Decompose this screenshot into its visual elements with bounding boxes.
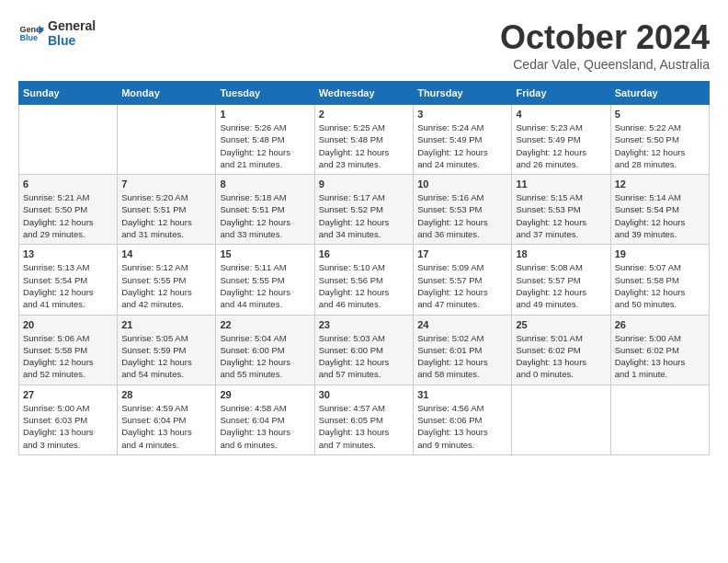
week-row-4: 20Sunrise: 5:06 AM Sunset: 5:58 PM Dayli…: [19, 315, 710, 385]
day-info: Sunrise: 5:13 AM Sunset: 5:54 PM Dayligh…: [23, 261, 113, 310]
weekday-header-row: Sunday Monday Tuesday Wednesday Thursday…: [19, 82, 710, 105]
day-number: 31: [417, 389, 507, 400]
header-wednesday: Wednesday: [314, 82, 413, 105]
logo-text-general: General: [48, 18, 96, 33]
month-year-title: October 2024: [500, 18, 710, 57]
calendar-cell: 3Sunrise: 5:24 AM Sunset: 5:49 PM Daylig…: [414, 105, 512, 175]
calendar-cell: 1Sunrise: 5:26 AM Sunset: 5:48 PM Daylig…: [216, 105, 314, 175]
header-monday: Monday: [118, 82, 216, 105]
day-info: Sunrise: 5:00 AM Sunset: 6:03 PM Dayligh…: [23, 402, 113, 451]
calendar-cell: 13Sunrise: 5:13 AM Sunset: 5:54 PM Dayli…: [19, 245, 118, 315]
day-info: Sunrise: 5:10 AM Sunset: 5:56 PM Dayligh…: [319, 261, 409, 310]
calendar-cell: 27Sunrise: 5:00 AM Sunset: 6:03 PM Dayli…: [19, 385, 118, 454]
day-info: Sunrise: 5:15 AM Sunset: 5:53 PM Dayligh…: [516, 191, 606, 240]
day-number: 16: [319, 248, 409, 259]
logo: General Blue General Blue: [18, 18, 96, 48]
calendar-cell: 30Sunrise: 4:57 AM Sunset: 6:05 PM Dayli…: [314, 385, 413, 454]
day-info: Sunrise: 4:59 AM Sunset: 6:04 PM Dayligh…: [121, 402, 211, 451]
day-info: Sunrise: 5:03 AM Sunset: 6:00 PM Dayligh…: [319, 332, 409, 381]
day-number: 21: [121, 319, 211, 330]
day-number: 7: [121, 178, 211, 190]
day-number: 1: [220, 109, 310, 120]
day-info: Sunrise: 5:12 AM Sunset: 5:55 PM Dayligh…: [121, 261, 211, 310]
calendar-cell: 24Sunrise: 5:02 AM Sunset: 6:01 PM Dayli…: [414, 315, 512, 385]
week-row-5: 27Sunrise: 5:00 AM Sunset: 6:03 PM Dayli…: [19, 385, 710, 454]
day-number: 12: [615, 178, 705, 190]
day-number: 8: [220, 178, 310, 190]
calendar-cell: 23Sunrise: 5:03 AM Sunset: 6:00 PM Dayli…: [314, 315, 413, 385]
calendar-cell: [512, 385, 610, 454]
day-info: Sunrise: 5:22 AM Sunset: 5:50 PM Dayligh…: [615, 121, 705, 170]
day-number: 6: [23, 178, 113, 190]
calendar-cell: 4Sunrise: 5:23 AM Sunset: 5:49 PM Daylig…: [512, 105, 610, 175]
day-number: 11: [516, 178, 606, 190]
day-info: Sunrise: 5:24 AM Sunset: 5:49 PM Dayligh…: [417, 121, 507, 170]
day-number: 2: [319, 109, 409, 120]
title-section: October 2024 Cedar Vale, Queensland, Aus…: [500, 18, 710, 72]
day-info: Sunrise: 4:58 AM Sunset: 6:04 PM Dayligh…: [220, 402, 310, 451]
day-info: Sunrise: 5:05 AM Sunset: 5:59 PM Dayligh…: [121, 332, 211, 381]
day-number: 25: [516, 319, 606, 330]
day-info: Sunrise: 5:25 AM Sunset: 5:48 PM Dayligh…: [319, 121, 409, 170]
day-number: 28: [121, 389, 211, 400]
calendar-cell: 2Sunrise: 5:25 AM Sunset: 5:48 PM Daylig…: [314, 105, 413, 175]
header: General Blue General Blue October 2024 C…: [18, 18, 710, 72]
calendar-cell: 12Sunrise: 5:14 AM Sunset: 5:54 PM Dayli…: [610, 175, 709, 245]
calendar-cell: 14Sunrise: 5:12 AM Sunset: 5:55 PM Dayli…: [118, 245, 216, 315]
logo-icon: General Blue: [18, 20, 44, 46]
day-number: 9: [319, 178, 409, 190]
day-info: Sunrise: 5:11 AM Sunset: 5:55 PM Dayligh…: [220, 261, 310, 310]
day-number: 23: [319, 319, 409, 330]
day-info: Sunrise: 5:21 AM Sunset: 5:50 PM Dayligh…: [23, 191, 113, 240]
calendar-cell: [610, 385, 709, 454]
day-info: Sunrise: 5:00 AM Sunset: 6:02 PM Dayligh…: [615, 332, 705, 381]
calendar-cell: 8Sunrise: 5:18 AM Sunset: 5:51 PM Daylig…: [216, 175, 314, 245]
day-number: 27: [23, 389, 113, 400]
day-info: Sunrise: 5:26 AM Sunset: 5:48 PM Dayligh…: [220, 121, 310, 170]
day-number: 15: [220, 248, 310, 259]
header-thursday: Thursday: [414, 82, 512, 105]
calendar-cell: [19, 105, 118, 175]
day-number: 20: [23, 319, 113, 330]
day-number: 18: [516, 248, 606, 259]
calendar-cell: 29Sunrise: 4:58 AM Sunset: 6:04 PM Dayli…: [216, 385, 314, 454]
week-row-2: 6Sunrise: 5:21 AM Sunset: 5:50 PM Daylig…: [19, 175, 710, 245]
calendar-cell: 9Sunrise: 5:17 AM Sunset: 5:52 PM Daylig…: [314, 175, 413, 245]
day-number: 29: [220, 389, 310, 400]
svg-text:Blue: Blue: [19, 33, 38, 42]
day-number: 19: [615, 248, 705, 259]
day-info: Sunrise: 5:01 AM Sunset: 6:02 PM Dayligh…: [516, 332, 606, 381]
calendar-cell: 20Sunrise: 5:06 AM Sunset: 5:58 PM Dayli…: [19, 315, 118, 385]
calendar-cell: 26Sunrise: 5:00 AM Sunset: 6:02 PM Dayli…: [610, 315, 709, 385]
day-number: 3: [417, 109, 507, 120]
day-number: 30: [319, 389, 409, 400]
day-info: Sunrise: 4:57 AM Sunset: 6:05 PM Dayligh…: [319, 402, 409, 451]
day-info: Sunrise: 5:08 AM Sunset: 5:57 PM Dayligh…: [516, 261, 606, 310]
calendar-cell: 22Sunrise: 5:04 AM Sunset: 6:00 PM Dayli…: [216, 315, 314, 385]
calendar-cell: 10Sunrise: 5:16 AM Sunset: 5:53 PM Dayli…: [414, 175, 512, 245]
day-number: 24: [417, 319, 507, 330]
header-saturday: Saturday: [610, 82, 709, 105]
week-row-1: 1Sunrise: 5:26 AM Sunset: 5:48 PM Daylig…: [19, 105, 710, 175]
logo-text-blue: Blue: [48, 33, 96, 48]
calendar-cell: 5Sunrise: 5:22 AM Sunset: 5:50 PM Daylig…: [610, 105, 709, 175]
location-subtitle: Cedar Vale, Queensland, Australia: [500, 57, 710, 72]
day-info: Sunrise: 5:18 AM Sunset: 5:51 PM Dayligh…: [220, 191, 310, 240]
day-number: 14: [121, 248, 211, 259]
day-info: Sunrise: 5:20 AM Sunset: 5:51 PM Dayligh…: [121, 191, 211, 240]
calendar-cell: 11Sunrise: 5:15 AM Sunset: 5:53 PM Dayli…: [512, 175, 610, 245]
day-number: 4: [516, 109, 606, 120]
day-number: 26: [615, 319, 705, 330]
calendar-cell: 18Sunrise: 5:08 AM Sunset: 5:57 PM Dayli…: [512, 245, 610, 315]
day-info: Sunrise: 5:02 AM Sunset: 6:01 PM Dayligh…: [417, 332, 507, 381]
calendar-cell: 28Sunrise: 4:59 AM Sunset: 6:04 PM Dayli…: [118, 385, 216, 454]
day-number: 5: [615, 109, 705, 120]
day-info: Sunrise: 5:16 AM Sunset: 5:53 PM Dayligh…: [417, 191, 507, 240]
day-info: Sunrise: 5:09 AM Sunset: 5:57 PM Dayligh…: [417, 261, 507, 310]
week-row-3: 13Sunrise: 5:13 AM Sunset: 5:54 PM Dayli…: [19, 245, 710, 315]
calendar-cell: 17Sunrise: 5:09 AM Sunset: 5:57 PM Dayli…: [414, 245, 512, 315]
day-info: Sunrise: 5:17 AM Sunset: 5:52 PM Dayligh…: [319, 191, 409, 240]
day-number: 17: [417, 248, 507, 259]
calendar-cell: 7Sunrise: 5:20 AM Sunset: 5:51 PM Daylig…: [118, 175, 216, 245]
calendar-cell: 6Sunrise: 5:21 AM Sunset: 5:50 PM Daylig…: [19, 175, 118, 245]
